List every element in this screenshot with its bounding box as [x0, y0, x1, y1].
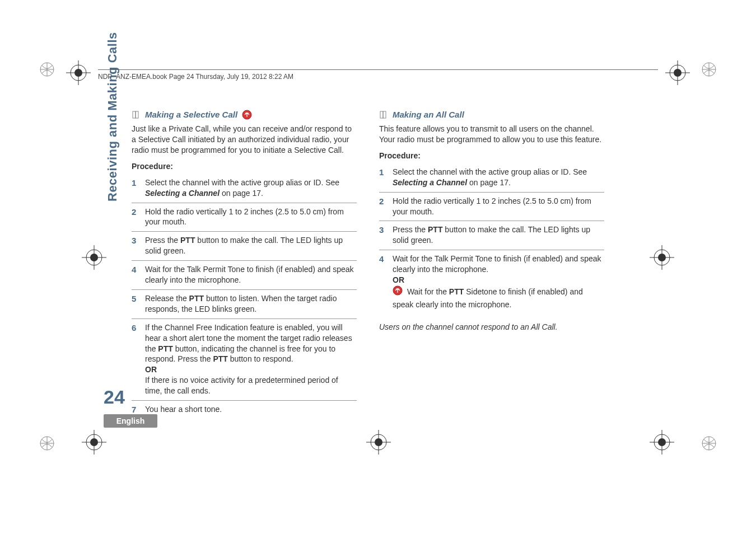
registration-mark-icon [66, 60, 91, 85]
svg-rect-33 [136, 111, 138, 118]
book-icon [379, 110, 388, 119]
step-item: 1 Select the channel with the active gro… [379, 163, 604, 193]
antenna-badge-icon [393, 285, 403, 298]
step-text: You hear a short tone. [145, 404, 357, 415]
antenna-badge-icon [242, 110, 252, 120]
step-text: Wait for the Talk Permit Tone to finish … [393, 254, 604, 310]
step-number: 2 [379, 196, 387, 217]
registration-mark-icon [665, 60, 690, 85]
header-filename: NDP_ANZ-EMEA.book Page 24 Thursday, July… [98, 73, 293, 81]
step-number: 1 [132, 177, 139, 199]
section-tab-label: Receiving and Making Calls [105, 32, 119, 202]
globe-mark-icon [38, 60, 56, 78]
section-tab: Receiving and Making Calls [105, 34, 120, 202]
intro-text: Just like a Private Call, while you can … [132, 124, 357, 156]
step-item: 3 Press the PTT button to make the call.… [379, 221, 604, 250]
right-column: Making an All Call This feature allows y… [379, 109, 604, 419]
step-item: 5 Release the PTT button to listen. When… [132, 290, 357, 319]
book-icon [132, 110, 141, 119]
step-text: Hold the radio vertically 1 to 2 inches … [393, 196, 604, 217]
step-item: 2 Hold the radio vertically 1 to 2 inche… [132, 203, 357, 232]
procedure-label: Procedure: [379, 151, 604, 161]
step-item: 4 Wait for the Talk Permit Tone to finis… [132, 261, 357, 290]
intro-text: This feature allows you to transmit to a… [379, 124, 604, 145]
registration-mark-icon [366, 430, 391, 455]
step-text: Hold the radio vertically 1 to 2 inches … [145, 207, 357, 228]
step-text: Select the channel with the active group… [393, 167, 604, 188]
step-number: 6 [132, 322, 139, 396]
globe-mark-icon [700, 434, 718, 452]
step-item: 2 Hold the radio vertically 1 to 2 inche… [379, 193, 604, 222]
procedure-label: Procedure: [132, 161, 357, 172]
svg-rect-32 [133, 111, 136, 118]
svg-rect-35 [380, 111, 383, 118]
step-text: If the Channel Free Indication feature i… [145, 322, 357, 396]
step-item: 7 You hear a short tone. [132, 401, 357, 419]
header-rule [98, 69, 658, 70]
step-item: 3 Press the PTT button to make the call.… [132, 232, 357, 261]
step-number: 5 [132, 293, 139, 315]
step-text: Press the PTT button to make the call. T… [145, 235, 357, 256]
section-title-text: Making an All Call [393, 109, 464, 120]
procedure-steps: 1 Select the channel with the active gro… [379, 163, 604, 314]
step-number: 7 [132, 404, 139, 415]
svg-rect-36 [383, 111, 386, 118]
page-number: 24 [104, 386, 125, 408]
globe-mark-icon [700, 60, 718, 78]
step-text: Select the channel with the active group… [145, 177, 357, 199]
globe-mark-icon [38, 434, 56, 452]
step-text: Wait for the Talk Permit Tone to finish … [145, 264, 357, 285]
registration-mark-icon [650, 245, 674, 270]
step-item: 6 If the Channel Free Indication feature… [132, 319, 357, 401]
step-text: Press the PTT button to make the call. T… [393, 224, 604, 246]
left-column: Making a Selective Call Just like a Priv… [132, 109, 357, 419]
registration-mark-icon [82, 430, 106, 455]
note-text: Users on the channel cannot respond to a… [379, 322, 604, 332]
section-heading-selective-call: Making a Selective Call [132, 109, 357, 120]
step-number: 2 [132, 207, 139, 228]
step-text: Release the PTT button to listen. When t… [145, 293, 357, 315]
registration-mark-icon [650, 430, 674, 455]
step-item: 4 Wait for the Talk Permit Tone to finis… [379, 250, 604, 313]
section-title-text: Making a Selective Call [145, 109, 237, 120]
step-number: 4 [379, 254, 387, 310]
step-number: 1 [379, 167, 387, 188]
step-number: 4 [132, 264, 139, 285]
procedure-steps: 1 Select the channel with the active gro… [132, 174, 357, 419]
registration-mark-icon [82, 245, 106, 270]
step-number: 3 [379, 224, 387, 246]
step-item: 1 Select the channel with the active gro… [132, 174, 357, 203]
section-heading-all-call: Making an All Call [379, 109, 604, 120]
step-number: 3 [132, 235, 139, 256]
